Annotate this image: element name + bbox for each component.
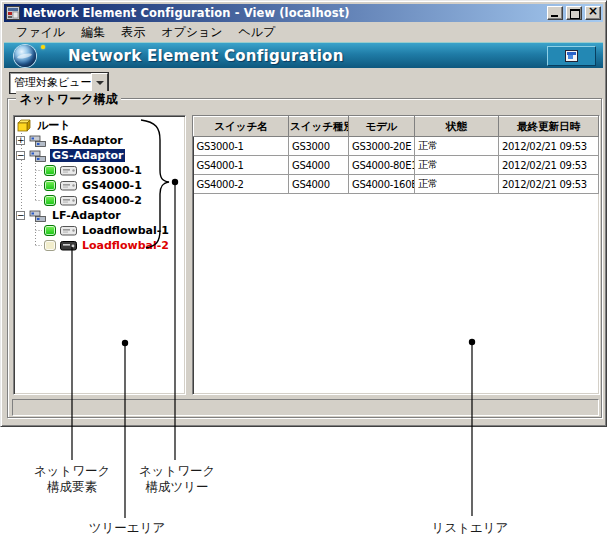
view-selector-dropdown-button[interactable] [91, 73, 108, 93]
switch-icon [60, 195, 77, 206]
tree-item[interactable]: Loadflowbal-2 [16, 238, 183, 253]
switch-window-button[interactable] [547, 46, 596, 66]
tree-item-label: BS-Adaptor [50, 134, 125, 147]
status-panel [12, 399, 599, 416]
switch-icon [60, 180, 77, 191]
menu-bar: ファイル編集表示オプションヘルプ [4, 22, 603, 42]
switch-dark-icon [60, 240, 77, 251]
status-led-icon [44, 240, 56, 251]
table-cell: 2012/02/21 09:53 [499, 156, 599, 175]
table-cell: GS3000 [289, 137, 349, 156]
app-banner: Network Element Configuration [4, 42, 603, 68]
root-icon [16, 119, 32, 133]
tree-item[interactable]: GS4000-2 [16, 193, 183, 208]
tree-item[interactable]: ルート [16, 118, 183, 133]
sparkle-icon [41, 45, 45, 49]
tree-item[interactable]: GS3000-1 [16, 163, 183, 178]
globe-logo-icon [14, 45, 36, 67]
switch-icon [60, 225, 77, 236]
menu-item[interactable]: 表示 [113, 22, 153, 43]
table-cell: 2012/02/21 09:53 [499, 137, 599, 156]
app-window: Network Element Configuration - View (lo… [0, 0, 607, 427]
table-row[interactable]: GS4000-1GS4000GS4000-80E1正常2012/02/21 09… [194, 156, 599, 175]
close-button[interactable] [585, 6, 601, 20]
switch-list-table: スイッチ名スイッチ種別モデル状態最終更新日時 GS3000-1GS3000GS3… [193, 116, 599, 194]
network-config-tree: ルート+BS-Adaptor−GS-AdaptorGS3000-1GS4000-… [16, 118, 183, 253]
window-title: Network Element Configuration - View (lo… [23, 6, 544, 20]
annotation-tree-area: ツリーエリア [75, 520, 179, 536]
groupbox-label: ネットワーク構成 [16, 91, 121, 108]
table-cell: 正常 [415, 175, 499, 194]
title-bar[interactable]: Network Element Configuration - View (lo… [4, 4, 603, 22]
status-led-icon [44, 165, 56, 176]
table-cell: 正常 [415, 156, 499, 175]
column-header[interactable]: スイッチ名 [194, 117, 289, 137]
content-area: 管理対象ビュー ネットワーク構成 [4, 68, 603, 421]
adaptor-icon [29, 149, 47, 163]
tree-item[interactable]: −LF-Adaptor [16, 208, 183, 223]
status-led-icon [44, 195, 56, 206]
column-header[interactable]: 最終更新日時 [499, 117, 599, 137]
switch-icon [60, 165, 77, 176]
view-selector-value: 管理対象ビュー [10, 73, 91, 93]
tree-item[interactable]: +BS-Adaptor [16, 133, 183, 148]
table-cell: GS4000-160E1 [349, 175, 415, 194]
table-cell: GS4000-1 [194, 156, 289, 175]
expand-minus-toggle[interactable]: − [16, 151, 25, 160]
menu-item[interactable]: オプション [153, 22, 230, 43]
menu-item[interactable]: ヘルプ [231, 22, 284, 43]
expand-minus-toggle[interactable]: − [16, 211, 25, 220]
window-switch-icon [565, 50, 578, 62]
table-cell: GS4000-80E1 [349, 156, 415, 175]
tree-item-label: ルート [35, 119, 73, 132]
status-led-icon [44, 180, 56, 191]
column-header[interactable]: モデル [349, 117, 415, 137]
table-cell: 正常 [415, 137, 499, 156]
table-cell: GS3000-20E [349, 137, 415, 156]
tree-item-label: GS4000-1 [80, 179, 144, 192]
menu-item[interactable]: ファイル [8, 22, 73, 43]
table-row[interactable]: GS3000-1GS3000GS3000-20E正常2012/02/21 09:… [194, 137, 599, 156]
menu-item[interactable]: 編集 [73, 22, 113, 43]
tree-item[interactable]: Loadflowbal-1 [16, 223, 183, 238]
annotation-network-tree: ネットワーク 構成ツリー [125, 463, 229, 495]
table-cell: GS4000 [289, 175, 349, 194]
tree-item-label: GS4000-2 [80, 194, 144, 207]
column-header[interactable]: スイッチ種別 [289, 117, 349, 137]
table-body: GS3000-1GS3000GS3000-20E正常2012/02/21 09:… [194, 137, 599, 194]
chevron-down-icon [96, 81, 104, 85]
tree-item[interactable]: GS4000-1 [16, 178, 183, 193]
list-area[interactable]: スイッチ名スイッチ種別モデル状態最終更新日時 GS3000-1GS3000GS3… [192, 115, 600, 395]
tree-area[interactable]: ルート+BS-Adaptor−GS-AdaptorGS3000-1GS4000-… [13, 115, 186, 395]
tree-item[interactable]: −GS-Adaptor [16, 148, 183, 163]
tree-item-label: GS3000-1 [80, 164, 144, 177]
table-header-row: スイッチ名スイッチ種別モデル状態最終更新日時 [194, 117, 599, 137]
table-cell: GS4000-2 [194, 175, 289, 194]
network-config-groupbox: ネットワーク構成 ルート+BS-Adaptor−GS-AdaptorGS3000 [7, 98, 602, 418]
adaptor-icon [29, 209, 47, 223]
tree-item-label: Loadflowbal-1 [80, 224, 171, 237]
tree-item-label: GS-Adaptor [50, 149, 125, 162]
annotation-network-element: ネットワーク 構成要素 [20, 463, 124, 495]
column-header[interactable]: 状態 [415, 117, 499, 137]
table-cell: 2012/02/21 09:53 [499, 175, 599, 194]
minimize-button[interactable] [547, 6, 563, 20]
app-icon [6, 6, 20, 20]
table-cell: GS3000-1 [194, 137, 289, 156]
banner-title: Network Element Configuration [68, 47, 344, 65]
expand-plus-toggle[interactable]: + [16, 136, 25, 145]
annotation-list-area: リストエリア [418, 520, 522, 536]
adaptor-icon [29, 134, 47, 148]
tree-item-label: Loadflowbal-2 [80, 239, 171, 252]
status-led-icon [44, 225, 56, 236]
tree-item-label: LF-Adaptor [50, 209, 123, 222]
table-cell: GS4000 [289, 156, 349, 175]
maximize-button[interactable] [566, 6, 582, 20]
table-row[interactable]: GS4000-2GS4000GS4000-160E1正常2012/02/21 0… [194, 175, 599, 194]
